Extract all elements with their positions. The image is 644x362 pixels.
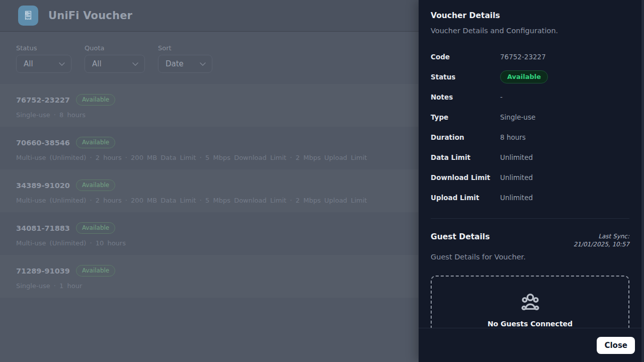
guest-section-title: Guest Details bbox=[431, 232, 490, 241]
no-guests-panel: No Guests Connected bbox=[431, 276, 629, 328]
field-row-code: Code 76752-23227 bbox=[431, 47, 629, 67]
guest-section-subtitle: Guest Details for Voucher. bbox=[431, 253, 629, 261]
field-row-status: Status Available bbox=[431, 67, 629, 87]
status-badge: Available bbox=[500, 70, 548, 83]
drawer-body: Voucher Details Voucher Details and Conf… bbox=[419, 0, 641, 328]
last-sync: Last Sync: 21/01/2025, 10:57 bbox=[574, 232, 629, 248]
field-label: Type bbox=[431, 113, 500, 121]
field-value: Unlimited bbox=[500, 173, 533, 182]
field-row-data-limit: Data Limit Unlimited bbox=[431, 147, 629, 167]
no-guests-text: No Guests Connected bbox=[432, 320, 628, 328]
field-label: Duration bbox=[431, 133, 500, 141]
field-row-duration: Duration 8 hours bbox=[431, 127, 629, 147]
voucher-details-drawer: Voucher Details Voucher Details and Conf… bbox=[419, 0, 644, 362]
drawer-subtitle: Voucher Details and Configuration. bbox=[431, 27, 629, 35]
field-value: Unlimited bbox=[500, 194, 533, 202]
field-label: Status bbox=[431, 73, 500, 81]
field-label: Download Limit bbox=[431, 173, 500, 182]
last-sync-value: 21/01/2025, 10:57 bbox=[574, 240, 629, 248]
field-value: Unlimited bbox=[500, 153, 533, 161]
section-divider bbox=[431, 218, 629, 219]
voucher-fields: Code 76752-23227 Status Available Notes … bbox=[431, 47, 629, 208]
field-row-download-limit: Download Limit Unlimited bbox=[431, 167, 629, 188]
users-icon bbox=[519, 292, 542, 313]
field-row-notes: Notes - bbox=[431, 87, 629, 107]
field-label: Upload Limit bbox=[431, 194, 500, 202]
field-label: Code bbox=[431, 53, 500, 61]
field-value: 8 hours bbox=[500, 133, 526, 141]
field-value: - bbox=[500, 93, 503, 101]
close-button[interactable]: Close bbox=[597, 337, 635, 354]
field-row-upload-limit: Upload Limit Unlimited bbox=[431, 188, 629, 208]
drawer-scrollbar[interactable] bbox=[641, 0, 644, 362]
field-value: 76752-23227 bbox=[500, 53, 546, 61]
field-value: Single-use bbox=[500, 113, 535, 121]
last-sync-label: Last Sync: bbox=[574, 232, 629, 240]
drawer-title: Voucher Details bbox=[431, 11, 629, 20]
modal-backdrop[interactable] bbox=[0, 0, 419, 362]
field-label: Notes bbox=[431, 93, 500, 101]
drawer-footer: Close bbox=[419, 328, 644, 362]
field-label: Data Limit bbox=[431, 153, 500, 161]
field-row-type: Type Single-use bbox=[431, 107, 629, 127]
